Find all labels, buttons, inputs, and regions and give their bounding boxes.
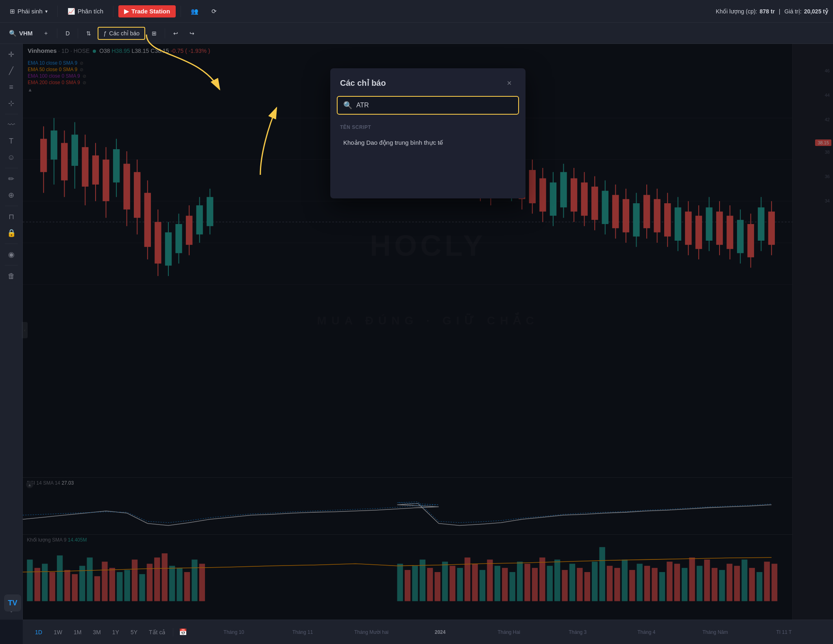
nav-sep-1: [57, 6, 58, 17]
indicators-label: Các chỉ báo: [109, 30, 140, 37]
market-icon: ⊞: [10, 8, 15, 15]
xaxis-feb: Tháng Hai: [475, 629, 543, 635]
toolbar-sep-2: [78, 28, 78, 38]
tf-3m[interactable]: 3M: [87, 627, 106, 638]
interval-label: D: [65, 30, 70, 37]
loading-icon: ⟳: [212, 8, 217, 15]
nav-people[interactable]: 👥: [186, 5, 203, 17]
indicators-icon: ƒ: [103, 30, 107, 37]
template-icon: ⊞: [152, 30, 157, 37]
tf-calendar-icon[interactable]: 📅: [175, 626, 191, 638]
xaxis-dec: Tháng Mười hai: [337, 629, 406, 635]
sidebar-sep-4: [5, 244, 18, 244]
sidebar-sep-5: [5, 265, 18, 265]
compare-button[interactable]: ⇅: [81, 27, 96, 39]
sidebar-shapes[interactable]: ⊹: [4, 96, 19, 111]
sidebar-fibonacci[interactable]: 〰: [4, 117, 19, 132]
plus-icon: ＋: [43, 30, 49, 37]
xaxis-oct: Tháng 10: [199, 629, 268, 635]
nav-analysis[interactable]: 📈 Phân tích: [63, 5, 108, 17]
nav-sep-2: [113, 6, 113, 17]
sidebar-sep-2: [5, 168, 18, 168]
nav-info: Khối lượng (cp): 878 tr | Giá trị: 20,02…: [716, 8, 828, 15]
tf-1d[interactable]: 1D: [29, 627, 48, 638]
nav-trade-station[interactable]: ▶ Trade Station: [118, 5, 176, 17]
symbol-search[interactable]: 🔍 VHM: [5, 28, 37, 39]
left-sidebar: ✛ ╱ ≡ ⊹ 〰 T ☺ ✏ ⊕ ⊓ 🔒 ◉ 🗑 ◈: [0, 44, 23, 620]
modal-overlay[interactable]: Các chỉ báo × 🔍 TÊN SCRIPT Khoảng Dao độ…: [23, 44, 833, 620]
sidebar-zoom-in[interactable]: ⊕: [4, 188, 19, 202]
market-label: Phái sinh: [17, 8, 43, 15]
market-chevron-icon: ▾: [45, 9, 48, 14]
sidebar-horizontal-line[interactable]: ≡: [4, 80, 19, 94]
sep: |: [779, 8, 781, 15]
sidebar-crosshair[interactable]: ✛: [4, 47, 19, 62]
top-nav: ⊞ Phái sinh ▾ 📈 Phân tích ▶ Trade Statio…: [0, 0, 833, 23]
tf-1w[interactable]: 1W: [48, 627, 68, 638]
modal-search-icon: 🔍: [343, 101, 352, 110]
timeframes-bar: 1D 1W 1M 3M 1Y 5Y Tất cả 📅 Tháng 10 Thán…: [23, 620, 833, 644]
value-value: 20,025 tỷ: [804, 8, 828, 15]
indicators-button[interactable]: ƒ Các chỉ báo: [98, 27, 145, 40]
redo-button[interactable]: ↪: [185, 27, 199, 39]
toolbar-sep-1: [57, 28, 57, 38]
toolbar: 🔍 VHM ＋ D ⇅ ƒ Các chỉ báo ⊞ ↩ ↪: [0, 23, 833, 44]
sidebar-emoji[interactable]: ☺: [4, 150, 19, 165]
trade-station-label: Trade Station: [131, 8, 170, 15]
tf-sep: [173, 628, 173, 636]
tv-logo: TV: [4, 594, 21, 611]
search-icon: 🔍: [9, 30, 17, 37]
add-symbol-button[interactable]: ＋: [38, 27, 54, 40]
xaxis-2024: 2024: [406, 629, 475, 635]
nav-sep-3: [181, 6, 181, 17]
indicators-modal: Các chỉ báo × 🔍 TÊN SCRIPT Khoảng Dao độ…: [330, 68, 526, 198]
volume-value: 878 tr: [760, 8, 775, 15]
sidebar-draw-line[interactable]: ╱: [4, 63, 19, 78]
trade-station-icon: ▶: [124, 8, 129, 15]
sidebar-sep-1: [5, 114, 18, 114]
people-icon: 👥: [191, 8, 198, 15]
sidebar-text[interactable]: T: [4, 134, 19, 148]
sidebar-magnet[interactable]: ⊓: [4, 209, 19, 224]
analysis-icon: 📈: [68, 8, 75, 15]
sidebar-trash[interactable]: 🗑: [4, 269, 19, 283]
toolbar-sep-3: [165, 28, 165, 38]
tf-5y[interactable]: 5Y: [125, 627, 143, 638]
xaxis-may: Tháng Năm: [681, 629, 750, 635]
modal-col-header: TÊN SCRIPT: [330, 121, 526, 133]
modal-header: Các chỉ báo ×: [330, 68, 526, 96]
analysis-label: Phân tích: [78, 8, 103, 15]
symbol-label: VHM: [19, 30, 33, 37]
template-button[interactable]: ⊞: [147, 27, 161, 39]
undo-button[interactable]: ↩: [168, 27, 183, 39]
sidebar-lock[interactable]: 🔒: [4, 226, 19, 240]
volume-label: Khối lượng (cp):: [716, 8, 757, 15]
undo-icon: ↩: [173, 30, 178, 37]
interval-selector[interactable]: D: [61, 27, 74, 39]
modal-search-input[interactable]: [356, 102, 512, 109]
xaxis-apr: Tháng 4: [612, 629, 681, 635]
nav-loading[interactable]: ⟳: [207, 5, 222, 17]
sidebar-measure[interactable]: ✏: [4, 172, 19, 186]
xaxis-nov: Tháng 11: [268, 629, 337, 635]
xaxis-mar: Tháng 3: [543, 629, 612, 635]
modal-close-button[interactable]: ×: [503, 76, 516, 89]
tf-1y[interactable]: 1Y: [107, 627, 125, 638]
tf-1m[interactable]: 1M: [68, 627, 87, 638]
sidebar-visibility[interactable]: ◉: [4, 247, 19, 262]
sidebar-sep-3: [5, 206, 18, 206]
xaxis-t11: TI 11 T: [750, 629, 818, 635]
redo-icon: ↪: [190, 30, 194, 37]
modal-search-container[interactable]: 🔍: [337, 96, 519, 115]
compare-icon: ⇅: [86, 30, 91, 37]
nav-market[interactable]: ⊞ Phái sinh ▾: [5, 5, 52, 17]
modal-result-atr[interactable]: Khoảng Dao động trung bình thực tế: [334, 133, 522, 152]
value-label: Giá trị:: [785, 8, 802, 15]
modal-title: Các chỉ báo: [340, 78, 386, 88]
tf-all[interactable]: Tất cả: [143, 627, 171, 638]
